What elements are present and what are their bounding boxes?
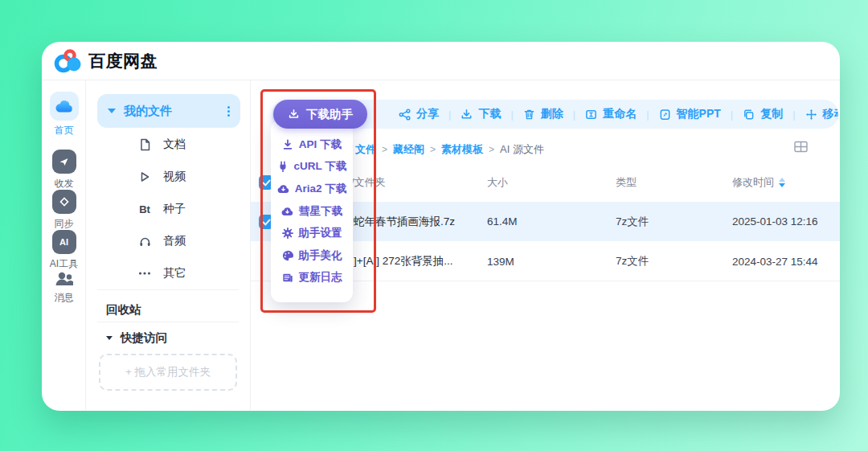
app-header: 百度网盘 (42, 42, 840, 80)
chevron-down-icon (106, 336, 113, 340)
download-helper-button[interactable]: 下载助手 (273, 100, 367, 129)
column-header-type[interactable]: 类型 (616, 175, 637, 190)
breadcrumb-item[interactable]: 藏经阁 (393, 142, 424, 157)
rail-label-sync: 同步 (55, 217, 74, 231)
file-type: 7z文件 (616, 202, 649, 241)
file-name[interactable]: 蛇年春节插画海报.7z (354, 202, 455, 241)
quick-access-label: 快捷访问 (121, 330, 167, 346)
plug-icon (277, 161, 289, 172)
tree-item-recycle-bin[interactable]: 回收站 (106, 302, 141, 318)
breadcrumb: 文件 > 藏经阁 > 素材模板 > AI 源文件 (355, 142, 544, 157)
sync-icon (52, 190, 76, 214)
cloud-download-icon (281, 207, 293, 216)
share-button[interactable]: 分享 (399, 107, 439, 121)
rail-label-send-receive: 收发 (55, 177, 74, 191)
nav-rail: 首页 收发 同步 AI (42, 80, 86, 410)
download-button[interactable]: 下载 (461, 107, 501, 121)
changelog-icon (282, 273, 293, 283)
menu-item-helper-settings[interactable]: 助手设置 (271, 226, 353, 240)
dropzone-label: + 拖入常用文件夹 (125, 365, 211, 379)
smart-ppt-button[interactable]: 智能PPT (659, 107, 721, 121)
view-toggle-icon[interactable] (794, 141, 808, 153)
delete-button[interactable]: 删除 (523, 107, 563, 121)
menu-item-changelog[interactable]: 更新日志 (271, 270, 353, 285)
rename-icon (585, 109, 597, 121)
favorites-dropzone[interactable]: + 拖入常用文件夹 (99, 354, 237, 391)
breadcrumb-item[interactable]: 素材模板 (441, 142, 483, 157)
my-files-item[interactable]: 我的文件 (97, 94, 240, 128)
menu-item-aria2-download[interactable]: Aria2 下载 (271, 182, 353, 196)
cloud-download-icon (277, 184, 289, 194)
tree-divider (97, 322, 239, 322)
bt-icon: Bt (137, 203, 152, 215)
home-cloud-icon (50, 92, 79, 121)
column-header-modified[interactable]: 修改时间 (732, 175, 785, 190)
rail-label-ai-tools: AI工具 (50, 257, 78, 271)
breadcrumb-current: AI 源文件 (500, 142, 544, 157)
ellipsis-icon (137, 272, 152, 275)
chevron-down-icon[interactable] (108, 109, 116, 113)
tree-item-other[interactable]: 其它 (86, 257, 250, 289)
palette-icon (282, 250, 293, 261)
menu-item-curl-download[interactable]: cURL 下载 (271, 159, 353, 174)
delete-icon (523, 109, 535, 121)
tree-item-quick-access[interactable]: 快捷访问 (106, 330, 167, 346)
api-download-icon (282, 139, 293, 150)
tree-label-documents: 文档 (163, 137, 186, 152)
download-icon (288, 109, 300, 121)
move-icon (805, 109, 817, 121)
file-size: 61.4M (487, 202, 518, 241)
rename-button[interactable]: 重命名 (585, 107, 637, 121)
my-files-label: 我的文件 (124, 104, 227, 119)
download-helper-menu: API 下载 cURL 下载 (271, 120, 353, 302)
tree-item-bt-seeds[interactable]: Bt 种子 (86, 193, 250, 225)
menu-item-api-download[interactable]: API 下载 (271, 137, 353, 152)
rail-label-messages: 消息 (55, 291, 74, 305)
gear-icon (282, 228, 293, 239)
document-icon (137, 138, 152, 151)
more-options-icon[interactable] (227, 106, 230, 117)
file-modified: 2024-03-27 15:44 (732, 242, 818, 281)
baidu-netdisk-logo-icon (54, 49, 81, 73)
file-name[interactable]: ]+[AI] 272张背景抽... (354, 242, 452, 281)
tree-item-audio[interactable]: 音频 (86, 225, 250, 257)
rail-item-ai-tools[interactable]: AI AI工具 (42, 230, 86, 271)
file-type: 7z文件 (616, 242, 649, 281)
smart-ppt-icon (659, 109, 671, 121)
rail-item-messages[interactable]: 消息 (42, 270, 86, 305)
desktop-background: { "app": { "title": "百度网盘" }, "nav_rail"… (0, 0, 868, 451)
tree-label-audio: 音频 (163, 234, 186, 248)
menu-item-comet-download[interactable]: 彗星下载 (271, 204, 353, 219)
tree-divider (97, 289, 239, 290)
main-content: 分享 | 下载 | (251, 80, 840, 410)
menu-item-helper-beautify[interactable]: 助手美化 (271, 248, 353, 263)
rail-item-send-receive[interactable]: 收发 (42, 150, 86, 191)
messages-icon (54, 270, 75, 288)
file-tree-panel: 我的文件 文档 视频 Bt 种子 (86, 80, 251, 410)
app-window: 百度网盘 首页 (42, 42, 840, 411)
ai-tools-icon: AI (52, 230, 76, 254)
tree-item-documents[interactable]: 文档 (86, 129, 250, 161)
breadcrumb-item[interactable]: 文件 (355, 142, 376, 157)
rail-item-home[interactable]: 首页 (42, 92, 86, 137)
rail-label-home: 首页 (55, 124, 74, 137)
video-icon (137, 171, 152, 182)
send-receive-icon (52, 150, 76, 174)
tree-item-videos[interactable]: 视频 (86, 161, 250, 193)
download-icon (461, 109, 473, 121)
audio-icon (137, 236, 152, 247)
tree-label-videos: 视频 (163, 170, 186, 184)
rail-item-sync[interactable]: 同步 (42, 190, 86, 231)
copy-icon (743, 109, 755, 121)
file-modified: 2025-01-03 12:16 (732, 202, 818, 241)
share-icon (399, 109, 411, 121)
file-size: 139M (487, 242, 514, 281)
app-title: 百度网盘 (88, 50, 158, 72)
tree-label-other: 其它 (163, 266, 186, 281)
move-button[interactable]: 移动 (805, 107, 838, 121)
tree-label-bt-seeds: 种子 (163, 202, 186, 216)
sort-icon[interactable] (779, 178, 785, 187)
column-header-size[interactable]: 大小 (487, 175, 508, 190)
copy-button[interactable]: 复制 (743, 107, 783, 121)
